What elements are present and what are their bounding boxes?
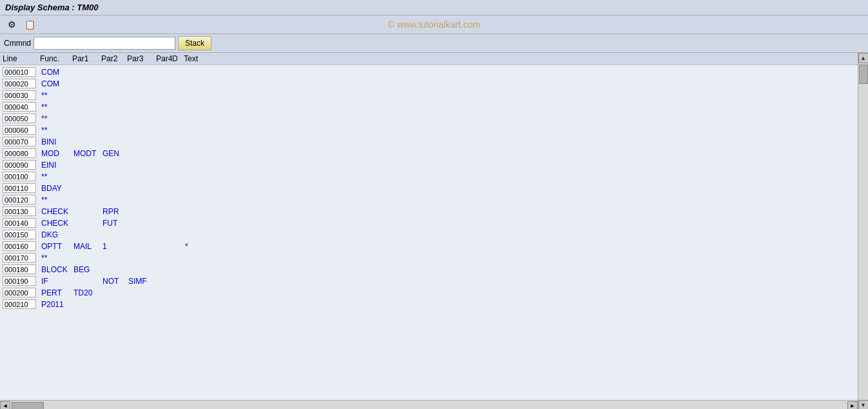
cell-func-16: ** bbox=[40, 252, 72, 264]
cell-line-8: 000090 bbox=[3, 160, 36, 170]
cell-func-15: OPTT bbox=[40, 241, 72, 252]
stack-button[interactable]: Stack bbox=[178, 36, 212, 50]
command-label: Cmmnd bbox=[4, 39, 31, 48]
table-row[interactable]: 000190 IF NOT SIMF bbox=[3, 275, 856, 287]
cell-func-12: CHECK bbox=[40, 206, 72, 217]
header-line: Line bbox=[3, 54, 40, 63]
cell-func-5: ** bbox=[40, 125, 72, 136]
cell-func-11: ** bbox=[40, 194, 72, 206]
cell-par1-17: BEG bbox=[72, 264, 101, 275]
main-area: ▲ ▼ Line Func. Par1 Par2 Par3 Par4 D Tex… bbox=[0, 53, 868, 409]
horizontal-scrollbar[interactable]: ◄ ► bbox=[0, 400, 858, 409]
cell-line-20: 000210 bbox=[3, 299, 36, 309]
cell-func-20: P2011 bbox=[40, 299, 72, 310]
header-par3: Par3 bbox=[127, 54, 156, 63]
title-bar: Display Schema : TM00 bbox=[0, 0, 868, 15]
cell-par1-19: TD20 bbox=[72, 287, 101, 299]
scroll-left-arrow[interactable]: ◄ bbox=[0, 401, 10, 410]
cell-par1-15: MAIL bbox=[72, 241, 101, 252]
clipboard-icon[interactable]: 📋 bbox=[23, 18, 36, 31]
cell-line-1: 000020 bbox=[3, 79, 36, 88]
cell-line-0: 000010 bbox=[3, 67, 36, 77]
right-scrollbar[interactable]: ▲ ▼ bbox=[858, 53, 868, 409]
cell-par2-13: FUT bbox=[101, 217, 127, 229]
cell-line-16: 000170 bbox=[3, 253, 36, 263]
cell-par2-15: 1 bbox=[101, 241, 127, 252]
table-row[interactable]: 000090 EINI bbox=[3, 159, 856, 171]
cell-par1-7: MODT bbox=[72, 148, 101, 159]
cell-func-19: PERT bbox=[40, 287, 72, 299]
table-row[interactable]: 000210 P2011 bbox=[3, 299, 856, 310]
scroll-down-arrow[interactable]: ▼ bbox=[858, 400, 869, 409]
table-row[interactable]: 000080 MOD MODT GEN bbox=[3, 148, 856, 159]
cell-func-18: IF bbox=[40, 275, 72, 287]
table-row[interactable]: 000060 ** bbox=[3, 125, 856, 136]
cell-line-11: 000120 bbox=[3, 195, 36, 204]
cell-func-13: CHECK bbox=[40, 217, 72, 229]
cell-line-13: 000140 bbox=[3, 218, 36, 228]
cell-par2-12: RPR bbox=[101, 206, 127, 217]
scroll-right-arrow[interactable]: ► bbox=[847, 401, 858, 410]
scroll-thumb[interactable] bbox=[859, 65, 868, 84]
watermark: © www.tutorialkart.com bbox=[388, 19, 480, 30]
header-func: Func. bbox=[40, 54, 72, 63]
table-row[interactable]: 000040 ** bbox=[3, 101, 856, 113]
header-d: D bbox=[172, 54, 184, 63]
cell-par2-18: NOT bbox=[101, 275, 127, 287]
cell-line-14: 000150 bbox=[3, 230, 36, 239]
h-scroll-thumb[interactable] bbox=[12, 402, 44, 410]
table-row[interactable]: 000030 ** bbox=[3, 90, 856, 101]
settings-icon[interactable]: ⚙ bbox=[5, 18, 18, 31]
cell-func-3: ** bbox=[40, 101, 72, 113]
cell-func-6: BINI bbox=[40, 136, 72, 148]
cell-func-1: COM bbox=[40, 78, 72, 90]
table-row[interactable]: 000200 PERT TD20 bbox=[3, 287, 856, 299]
cell-func-2: ** bbox=[40, 90, 72, 101]
table-row[interactable]: 000070 BINI bbox=[3, 136, 856, 148]
header-par4: Par4 bbox=[156, 54, 172, 63]
cell-line-6: 000070 bbox=[3, 137, 36, 146]
table-row[interactable]: 000010 COM bbox=[3, 66, 856, 78]
cell-func-4: ** bbox=[40, 113, 72, 125]
cell-line-5: 000060 bbox=[3, 125, 36, 135]
table-row[interactable]: 000140 CHECK FUT bbox=[3, 217, 856, 229]
cell-func-9: ** bbox=[40, 171, 72, 183]
table-row[interactable]: 000150 DKG bbox=[3, 229, 856, 241]
toolbar: ⚙ 📋 © www.tutorialkart.com bbox=[0, 15, 868, 34]
table-row[interactable]: 000110 BDAY bbox=[3, 183, 856, 194]
column-headers: Line Func. Par1 Par2 Par3 Par4 D Text bbox=[0, 53, 868, 65]
table-row[interactable]: 000020 COM bbox=[3, 78, 856, 90]
cell-line-18: 000190 bbox=[3, 276, 36, 286]
cell-par2-7: GEN bbox=[101, 148, 127, 159]
header-par2: Par2 bbox=[101, 54, 127, 63]
cell-line-9: 000100 bbox=[3, 172, 36, 181]
command-bar: Cmmnd Stack bbox=[0, 34, 868, 53]
cell-func-14: DKG bbox=[40, 229, 72, 241]
table-row[interactable]: 000160 OPTT MAIL 1 * bbox=[3, 241, 856, 252]
cell-func-7: MOD bbox=[40, 148, 72, 159]
table-row[interactable]: 000170 ** bbox=[3, 252, 856, 264]
cell-line-7: 000080 bbox=[3, 148, 36, 158]
h-scroll-track bbox=[10, 401, 847, 410]
cell-line-3: 000040 bbox=[3, 102, 36, 112]
cell-line-4: 000050 bbox=[3, 114, 36, 123]
scroll-track bbox=[858, 63, 869, 400]
cell-line-15: 000160 bbox=[3, 241, 36, 251]
command-input[interactable] bbox=[34, 37, 175, 50]
table-row[interactable]: 000050 ** bbox=[3, 113, 856, 125]
cell-line-17: 000180 bbox=[3, 264, 36, 274]
table-row[interactable]: 000100 ** bbox=[3, 171, 856, 183]
header-par1: Par1 bbox=[72, 54, 101, 63]
table-row[interactable]: 000180 BLOCK BEG bbox=[3, 264, 856, 275]
table-row[interactable]: 000120 ** bbox=[3, 194, 856, 206]
cell-line-19: 000200 bbox=[3, 288, 36, 297]
header-text: Text bbox=[184, 54, 865, 63]
page-title: Display Schema : TM00 bbox=[5, 3, 99, 12]
scroll-up-arrow[interactable]: ▲ bbox=[858, 53, 869, 63]
cell-func-0: COM bbox=[40, 66, 72, 78]
cell-func-17: BLOCK bbox=[40, 264, 72, 275]
cell-par3-18: SIMF bbox=[127, 275, 156, 287]
table-row[interactable]: 000130 CHECK RPR bbox=[3, 206, 856, 217]
cell-func-10: BDAY bbox=[40, 183, 72, 194]
cell-text-15: * bbox=[184, 241, 856, 252]
